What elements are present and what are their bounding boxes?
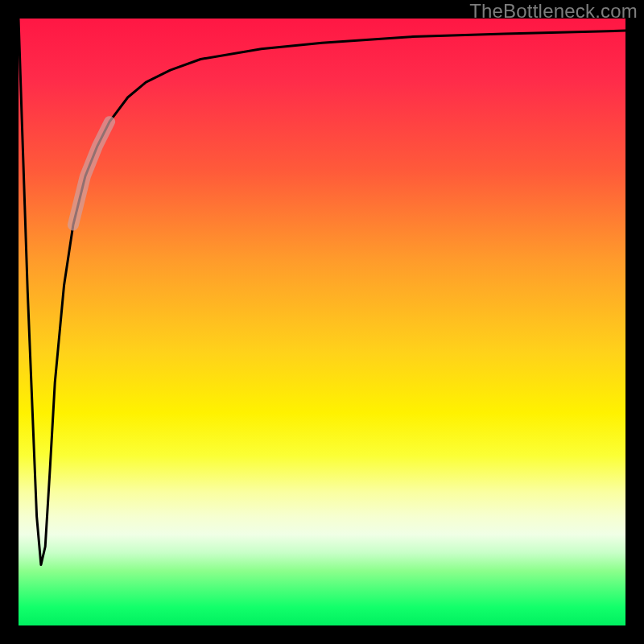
watermark-label: TheBottleneck.com bbox=[469, 0, 638, 23]
bottleneck-curve bbox=[19, 19, 625, 565]
curve-highlight bbox=[73, 122, 109, 225]
plot-area bbox=[19, 19, 625, 625]
chart-frame: TheBottleneck.com bbox=[0, 0, 644, 644]
curve-svg bbox=[19, 19, 625, 625]
